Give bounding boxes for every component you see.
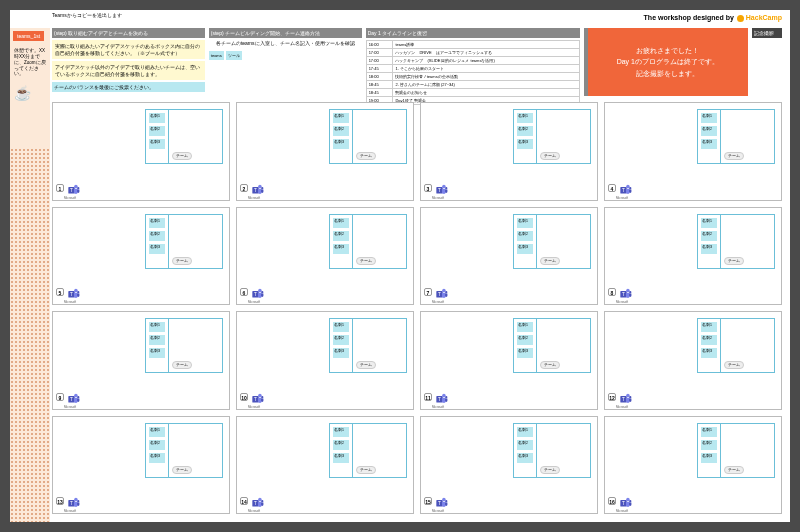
team-name-pill[interactable]: チーム	[356, 466, 376, 474]
teams-icon[interactable]: T	[618, 496, 632, 510]
team-name-pill[interactable]: チーム	[356, 361, 376, 369]
member-tag[interactable]: 名刺3	[517, 139, 533, 149]
team-name-pill[interactable]: チーム	[540, 257, 560, 265]
member-tag[interactable]: 名刺3	[701, 139, 717, 149]
sidebar-tag[interactable]: teams_1st	[13, 31, 44, 41]
member-tag[interactable]: 名刺3	[333, 453, 349, 463]
member-tag[interactable]: 名刺3	[149, 453, 165, 463]
member-tag[interactable]: 名刺1	[149, 113, 165, 123]
teams-icon[interactable]: T	[434, 287, 448, 301]
teams-icon[interactable]: T	[66, 496, 80, 510]
team-name-pill[interactable]: チーム	[540, 466, 560, 474]
team-cell[interactable]: 15 T Microsoft 名刺1名刺2名刺3 チーム	[420, 416, 598, 515]
member-tag[interactable]: 名刺2	[517, 231, 533, 241]
teams-icon[interactable]: T	[66, 287, 80, 301]
team-cell[interactable]: 2 T Microsoft 名刺1名刺2名刺3 チーム	[236, 102, 414, 201]
member-tag[interactable]: 名刺1	[149, 218, 165, 228]
member-tag[interactable]: 名刺2	[149, 126, 165, 136]
teams-icon[interactable]: T	[434, 392, 448, 406]
member-tag[interactable]: 名刺2	[701, 335, 717, 345]
member-tag[interactable]: 名刺2	[701, 231, 717, 241]
team-name-pill[interactable]: チーム	[356, 152, 376, 160]
member-tag[interactable]: 名刺3	[517, 244, 533, 254]
teams-icon[interactable]: T	[618, 392, 632, 406]
member-tag[interactable]: 名刺1	[517, 113, 533, 123]
team-name-pill[interactable]: チーム	[540, 152, 560, 160]
member-tag[interactable]: 名刺3	[149, 139, 165, 149]
teams-icon[interactable]: T	[250, 392, 264, 406]
team-name-pill[interactable]: チーム	[724, 152, 744, 160]
member-tag[interactable]: 名刺2	[701, 440, 717, 450]
team-name-pill[interactable]: チーム	[724, 361, 744, 369]
team-cell[interactable]: 12 T Microsoft 名刺1名刺2名刺3 チーム	[604, 311, 782, 410]
member-tag[interactable]: 名刺3	[701, 348, 717, 358]
member-tag[interactable]: 名刺2	[333, 231, 349, 241]
team-name-pill[interactable]: チーム	[172, 152, 192, 160]
member-tag[interactable]: 名刺1	[701, 113, 717, 123]
member-tag[interactable]: 名刺3	[701, 453, 717, 463]
member-tag[interactable]: 名刺3	[701, 244, 717, 254]
team-cell[interactable]: 1 T Microsoft 名刺1名刺2名刺3 チーム	[52, 102, 230, 201]
team-name-pill[interactable]: チーム	[724, 257, 744, 265]
member-tag[interactable]: 名刺3	[333, 244, 349, 254]
teams-icon[interactable]: T	[66, 392, 80, 406]
member-tag[interactable]: 名刺3	[517, 453, 533, 463]
member-tag[interactable]: 名刺2	[333, 335, 349, 345]
member-tag[interactable]: 名刺2	[149, 231, 165, 241]
member-tag[interactable]: 名刺2	[517, 335, 533, 345]
team-name-pill[interactable]: チーム	[356, 257, 376, 265]
member-tag[interactable]: 名刺3	[333, 139, 349, 149]
team-cell[interactable]: 4 T Microsoft 名刺1名刺2名刺3 チーム	[604, 102, 782, 201]
team-name-pill[interactable]: チーム	[540, 361, 560, 369]
team-cell[interactable]: 3 T Microsoft 名刺1名刺2名刺3 チーム	[420, 102, 598, 201]
chip-tool[interactable]: ツール	[226, 51, 242, 60]
team-cell[interactable]: 9 T Microsoft 名刺1名刺2名刺3 チーム	[52, 311, 230, 410]
member-tag[interactable]: 名刺3	[149, 348, 165, 358]
member-tag[interactable]: 名刺1	[701, 322, 717, 332]
team-name-pill[interactable]: チーム	[724, 466, 744, 474]
member-tag[interactable]: 名刺3	[517, 348, 533, 358]
teams-icon[interactable]: T	[66, 183, 80, 197]
member-tag[interactable]: 名刺1	[517, 218, 533, 228]
teams-icon[interactable]: T	[434, 183, 448, 197]
member-tag[interactable]: 名刺2	[517, 126, 533, 136]
chip-teams[interactable]: teams	[209, 51, 224, 60]
team-name-pill[interactable]: チーム	[172, 257, 192, 265]
member-tag[interactable]: 名刺1	[333, 218, 349, 228]
teams-icon[interactable]: T	[250, 183, 264, 197]
team-name-pill[interactable]: チーム	[172, 361, 192, 369]
member-tag[interactable]: 名刺1	[701, 427, 717, 437]
team-cell[interactable]: 11 T Microsoft 名刺1名刺2名刺3 チーム	[420, 311, 598, 410]
team-cell[interactable]: 7 T Microsoft 名刺1名刺2名刺3 チーム	[420, 207, 598, 306]
member-tag[interactable]: 名刺1	[701, 218, 717, 228]
member-tag[interactable]: 名刺2	[149, 440, 165, 450]
teams-icon[interactable]: T	[250, 496, 264, 510]
team-cell[interactable]: 13 T Microsoft 名刺1名刺2名刺3 チーム	[52, 416, 230, 515]
member-tag[interactable]: 名刺1	[333, 322, 349, 332]
teams-icon[interactable]: T	[434, 496, 448, 510]
member-tag[interactable]: 名刺1	[333, 113, 349, 123]
member-tag[interactable]: 名刺1	[517, 427, 533, 437]
team-cell[interactable]: 6 T Microsoft 名刺1名刺2名刺3 チーム	[236, 207, 414, 306]
member-tag[interactable]: 名刺3	[149, 244, 165, 254]
member-tag[interactable]: 名刺2	[701, 126, 717, 136]
member-tag[interactable]: 名刺2	[517, 440, 533, 450]
team-cell[interactable]: 8 T Microsoft 名刺1名刺2名刺3 チーム	[604, 207, 782, 306]
member-tag[interactable]: 名刺1	[149, 427, 165, 437]
teams-icon[interactable]: T	[618, 287, 632, 301]
member-tag[interactable]: 名刺2	[149, 335, 165, 345]
member-tag[interactable]: 名刺1	[517, 322, 533, 332]
teams-icon[interactable]: T	[618, 183, 632, 197]
member-tag[interactable]: 名刺2	[333, 126, 349, 136]
teams-icon[interactable]: T	[250, 287, 264, 301]
step-1-hint[interactable]: チームのバランスを最後にご投票ください。	[52, 82, 205, 92]
team-cell[interactable]: 5 T Microsoft 名刺1名刺2名刺3 チーム	[52, 207, 230, 306]
member-tag[interactable]: 名刺1	[149, 322, 165, 332]
member-tag[interactable]: 名刺2	[333, 440, 349, 450]
team-name-pill[interactable]: チーム	[172, 466, 192, 474]
team-cell[interactable]: 16 T Microsoft 名刺1名刺2名刺3 チーム	[604, 416, 782, 515]
member-tag[interactable]: 名刺3	[333, 348, 349, 358]
member-tag[interactable]: 名刺1	[333, 427, 349, 437]
team-cell[interactable]: 10 T Microsoft 名刺1名刺2名刺3 チーム	[236, 311, 414, 410]
team-cell[interactable]: 14 T Microsoft 名刺1名刺2名刺3 チーム	[236, 416, 414, 515]
